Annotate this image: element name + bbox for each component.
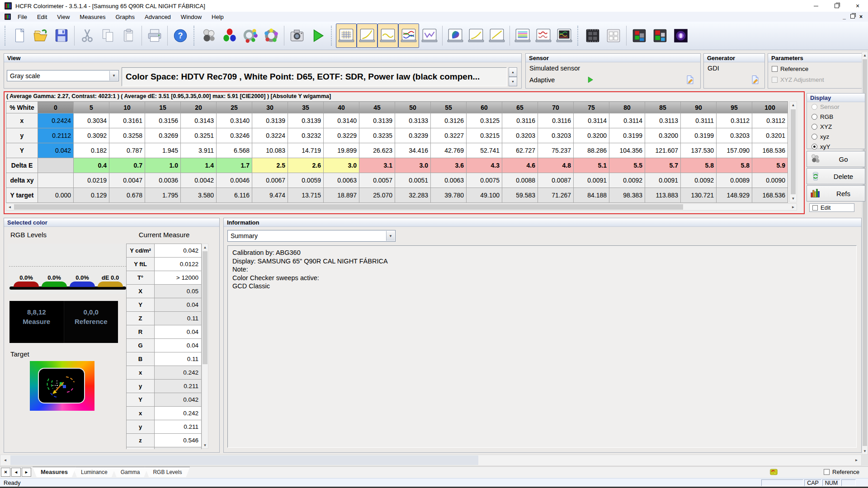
cell-delta-xy-65[interactable]: 0.0088 <box>502 173 538 188</box>
cell-y-15[interactable]: 0.3269 <box>145 128 181 143</box>
toolbar-view-multi-button[interactable] <box>512 23 533 48</box>
cell-y-85[interactable]: 121.607 <box>645 143 681 158</box>
cell-delta-xy-90[interactable]: 0.0092 <box>681 173 717 188</box>
cell-delta-xy-85[interactable]: 0.0091 <box>645 173 681 188</box>
cell-delta-e-100[interactable]: 5.9 <box>752 158 788 173</box>
cell-delta-xy-80[interactable]: 0.0092 <box>609 173 645 188</box>
radio-icon[interactable] <box>811 124 817 130</box>
cell-delta-xy-40[interactable]: 0.0063 <box>324 173 359 188</box>
generator-config-icon[interactable] <box>750 75 761 85</box>
cell-x-75[interactable]: 0.3114 <box>574 113 609 128</box>
scroll-right-icon[interactable]: ► <box>790 204 797 210</box>
toolbar-color-wheel-button[interactable] <box>240 23 261 48</box>
col-header-90[interactable]: 90 <box>681 102 717 113</box>
cell-y-10[interactable]: 0.787 <box>109 143 145 158</box>
cell-y-25[interactable]: 6.568 <box>217 143 252 158</box>
cell-y-target-10[interactable]: 0.678 <box>109 188 145 203</box>
cell-y-target-30[interactable]: 9.474 <box>252 188 288 203</box>
cell-y-80[interactable]: 104.356 <box>609 143 645 158</box>
cell-y-0[interactable]: 0.2112 <box>38 128 74 143</box>
cell-delta-e-20[interactable]: 1.4 <box>181 158 217 173</box>
cell-y-target-75[interactable]: 84.188 <box>574 188 609 203</box>
reference-display-checkbox[interactable]: Reference <box>824 469 859 475</box>
cell-y-target-65[interactable]: 59.583 <box>502 188 538 203</box>
toolbar-save-button[interactable] <box>51 23 72 48</box>
toolbar-galaxy-button[interactable] <box>670 23 691 48</box>
cell-delta-e-45[interactable]: 3.1 <box>359 158 395 173</box>
scroll-down-icon[interactable]: ▼ <box>202 442 208 448</box>
cell-delta-xy-50[interactable]: 0.0051 <box>395 173 431 188</box>
cell-y-80[interactable]: 0.3199 <box>609 128 645 143</box>
cell-delta-xy-100[interactable]: 0.0090 <box>752 173 788 188</box>
radio-icon[interactable] <box>811 144 817 150</box>
cell-x-45[interactable]: 0.3139 <box>359 113 395 128</box>
close-button[interactable]: × <box>847 0 868 12</box>
menu-file[interactable]: File <box>13 13 32 21</box>
cell-y-60[interactable]: 52.741 <box>467 143 502 158</box>
cell-y-target-85[interactable]: 113.883 <box>645 188 681 203</box>
cell-x-25[interactable]: 0.3140 <box>217 113 252 128</box>
cell-y-target-40[interactable]: 18.897 <box>324 188 359 203</box>
cell-delta-e-30[interactable]: 2.5 <box>252 158 288 173</box>
cell-y-75[interactable]: 0.3200 <box>574 128 609 143</box>
grid-vertical-scrollbar[interactable]: ▲ ▼ <box>789 101 797 202</box>
cell-delta-e-35[interactable]: 2.6 <box>288 158 324 173</box>
toolbar-view-gamma-button[interactable] <box>377 23 398 48</box>
cell-delta-e-65[interactable]: 4.6 <box>502 158 538 173</box>
cell-y-target-5[interactable]: 0.129 <box>74 188 109 203</box>
toolbar-film-rgb-b-button[interactable] <box>650 23 670 48</box>
cell-delta-xy-30[interactable]: 0.0067 <box>252 173 288 188</box>
cell-y-target-80[interactable]: 98.383 <box>609 188 645 203</box>
scroll-down-icon[interactable]: ▼ <box>862 448 868 454</box>
cell-y-95[interactable]: 157.090 <box>717 143 752 158</box>
cell-y-100[interactable]: 168.536 <box>752 143 788 158</box>
col-header-80[interactable]: 80 <box>609 102 645 113</box>
cell-y-30[interactable]: 10.083 <box>252 143 288 158</box>
col-header-50[interactable]: 50 <box>395 102 431 113</box>
col-header-15[interactable]: 15 <box>145 102 181 113</box>
cell-y-40[interactable]: 0.3229 <box>324 128 359 143</box>
cell-delta-e-75[interactable]: 5.1 <box>574 158 609 173</box>
cell-y-target-90[interactable]: 130.721 <box>681 188 717 203</box>
cell-y-70[interactable]: 0.3203 <box>538 128 574 143</box>
go-button[interactable]: Go <box>807 151 865 167</box>
cell-y-35[interactable]: 0.3232 <box>288 128 324 143</box>
cell-y-target-60[interactable]: 49.100 <box>467 188 502 203</box>
cell-delta-e-10[interactable]: 0.7 <box>109 158 145 173</box>
cell-delta-e-5[interactable]: 0.4 <box>74 158 109 173</box>
cell-y-90[interactable]: 0.3199 <box>681 128 717 143</box>
cell-y-75[interactable]: 88.286 <box>574 143 609 158</box>
toolbar-film-black-button[interactable] <box>582 23 603 48</box>
information-text-area[interactable]: Calibration by: ABG360Display: SAMSUNG 6… <box>227 245 857 448</box>
cell-y-65[interactable]: 0.3203 <box>502 128 538 143</box>
cell-y-90[interactable]: 137.530 <box>681 143 717 158</box>
toolbar-camera-button[interactable] <box>287 23 307 48</box>
toolbar-view-histogram-button[interactable] <box>419 23 440 48</box>
cell-y-55[interactable]: 0.3227 <box>431 128 467 143</box>
menu-advanced[interactable]: Advanced <box>140 13 176 21</box>
cell-delta-xy-55[interactable]: 0.0063 <box>431 173 467 188</box>
scroll-up-icon[interactable]: ▲ <box>202 244 208 250</box>
cell-x-35[interactable]: 0.3139 <box>288 113 324 128</box>
cell-y-85[interactable]: 0.3200 <box>645 128 681 143</box>
cell-y-target-35[interactable]: 13.715 <box>288 188 324 203</box>
cell-y-5[interactable]: 0.182 <box>74 143 109 158</box>
cell-x-100[interactable]: 0.3112 <box>752 113 788 128</box>
toolbar-open-folder-button[interactable] <box>30 23 51 48</box>
col-header-10[interactable]: 10 <box>109 102 145 113</box>
sensor-run-icon[interactable] <box>586 75 595 84</box>
cell-delta-e-80[interactable]: 5.5 <box>609 158 645 173</box>
scroll-up-icon[interactable]: ▲ <box>862 52 868 58</box>
cell-y-target-55[interactable]: 39.780 <box>431 188 467 203</box>
cell-delta-xy-70[interactable]: 0.0087 <box>538 173 574 188</box>
cell-y-20[interactable]: 0.3251 <box>181 128 217 143</box>
spin-down-button[interactable]: ▼ <box>509 77 517 86</box>
cell-y-40[interactable]: 19.899 <box>324 143 359 158</box>
col-header-75[interactable]: 75 <box>574 102 609 113</box>
toolbar-view-luminance-button[interactable] <box>357 23 377 48</box>
cell-y-target-95[interactable]: 148.929 <box>717 188 752 203</box>
cell-y-65[interactable]: 62.727 <box>502 143 538 158</box>
grid-horizontal-scrollbar[interactable]: ◄ ► <box>6 203 797 211</box>
cell-y-50[interactable]: 0.3239 <box>395 128 431 143</box>
tab-prev-button[interactable]: ◄ <box>11 468 21 477</box>
